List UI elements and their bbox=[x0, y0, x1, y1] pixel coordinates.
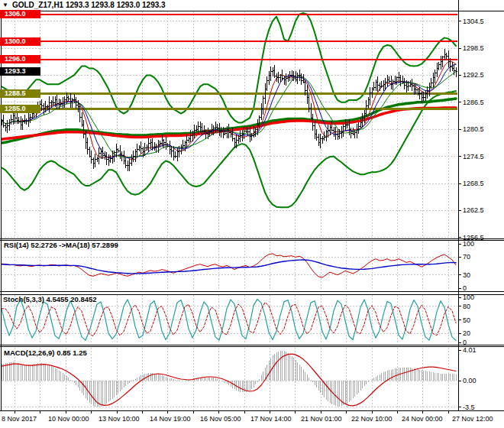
symbol-dropdown-icon[interactable]: ▼ bbox=[2, 1, 8, 10]
stoch-panel-label: Stoch(5,3,3) 4.5455 20.8452 bbox=[3, 295, 97, 303]
rsi-panel-label: RSI(14) 52.2726 ->MA(18) 57.2899 bbox=[4, 241, 118, 249]
chart-title-bar: ▼GOLD_Z17,H1 1293.3 1293.8 1293.0 1293.3 bbox=[2, 1, 166, 11]
symbol-ohlc-title: GOLD_Z17,H1 1293.3 1293.8 1293.0 1293.3 bbox=[12, 1, 166, 9]
chart-window: ▼GOLD_Z17,H1 1293.3 1293.8 1293.0 1293.3… bbox=[0, 0, 504, 428]
macd-panel-label: MACD(12,26,9) 0.85 1.25 bbox=[4, 349, 87, 357]
chart-surface[interactable] bbox=[0, 0, 504, 428]
